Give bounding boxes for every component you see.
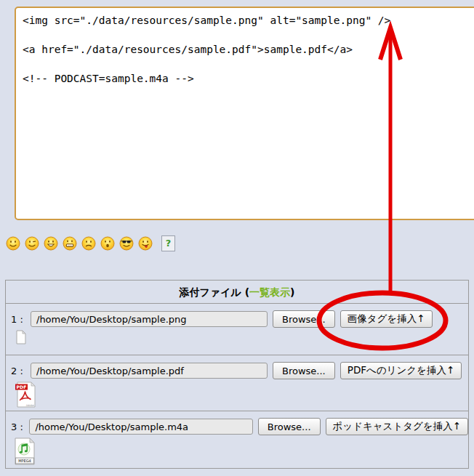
insert-pdf-link-button[interactable]: PDFへのリンクを挿入↑ [340, 362, 462, 379]
smiley-cool-icon[interactable] [119, 236, 134, 251]
smiley-smile-icon[interactable] [6, 236, 20, 251]
blank-file-icon [15, 330, 27, 347]
adobe-pdf-file-icon: PDF Adobe [15, 382, 36, 411]
attachments-title-suffix: ) [290, 286, 294, 298]
smiley-grimace-icon[interactable] [63, 236, 77, 251]
browse-button-2[interactable]: Browse... [273, 362, 335, 379]
attachment-row-3: 3 : Browse... ポッドキャストタグを挿入↑ MPEG4 [6, 411, 468, 467]
attachment-index-label: 2 : [11, 366, 31, 376]
browse-button-3[interactable]: Browse... [258, 418, 321, 435]
attachments-header: 添付ファイル (一覧表示) [6, 281, 468, 304]
svg-text:PDF: PDF [17, 384, 27, 390]
attachment-index-label: 1 : [11, 314, 31, 325]
attachment-index-label: 3 : [11, 421, 29, 432]
mpeg4-audio-file-icon: MPEG4 [14, 437, 36, 468]
file-path-input-2[interactable] [31, 363, 268, 379]
insert-image-tag-button[interactable]: 画像タグを挿入↑ [340, 310, 433, 328]
smiley-tongue-icon[interactable] [138, 236, 153, 251]
smiley-surprised-icon[interactable] [100, 236, 115, 251]
emoticon-help-button[interactable]: ? [161, 235, 175, 251]
attachment-row-1: 1 : Browse... 画像タグを挿入↑ [6, 304, 468, 355]
attachment-row-2: 2 : Browse... PDFへのリンクを挿入↑ PDF Adobe [6, 355, 468, 411]
attachments-panel: 添付ファイル (一覧表示) 1 : Browse... 画像タグを挿入↑ 2 :… [5, 280, 469, 469]
smiley-wink-icon[interactable] [25, 236, 39, 251]
smiley-frown-icon[interactable] [81, 236, 96, 251]
emoticon-toolbar: ? [6, 235, 175, 251]
insert-podcast-tag-button[interactable]: ポッドキャストタグを挿入↑ [326, 418, 468, 435]
attachments-title-prefix: 添付ファイル ( [180, 286, 250, 298]
svg-text:MPEG4: MPEG4 [18, 459, 31, 463]
svg-text:Adobe: Adobe [26, 404, 35, 407]
file-path-input-3[interactable] [29, 419, 252, 435]
list-view-link[interactable]: 一覧表示 [249, 286, 290, 298]
file-path-input-1[interactable] [31, 311, 268, 327]
smiley-grin-icon[interactable] [44, 236, 58, 251]
post-body-editor[interactable]: <img src="./data/resources/sample.png" a… [15, 7, 474, 220]
browse-button-1[interactable]: Browse... [273, 310, 335, 328]
